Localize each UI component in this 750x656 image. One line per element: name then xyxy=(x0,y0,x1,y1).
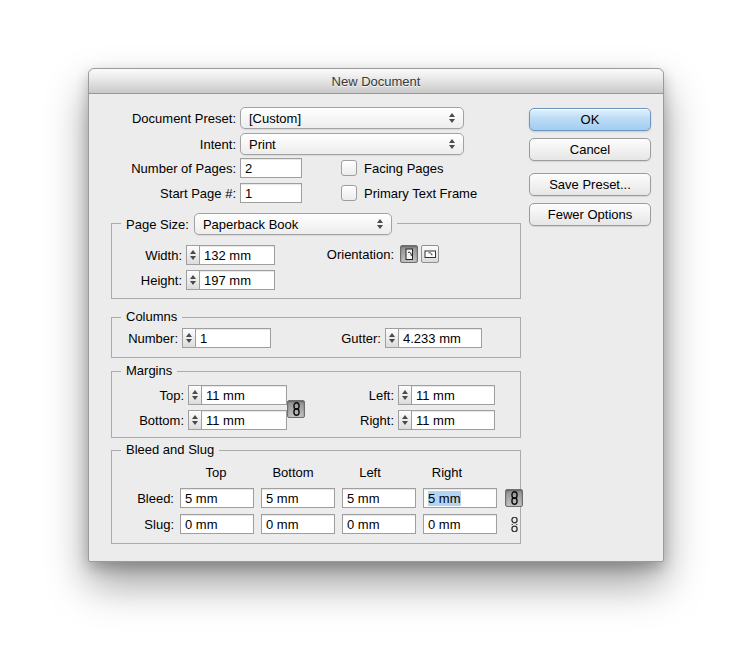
bleed-left-value: 5 mm xyxy=(347,491,380,506)
dialog-title: New Document xyxy=(332,74,421,89)
bleed-top-field[interactable]: 5 mm xyxy=(180,488,254,508)
margin-left-row: Left: 11 mm xyxy=(342,385,495,405)
orientation-label: Orientation: xyxy=(302,247,394,262)
start-page-field[interactable]: 1 xyxy=(240,183,302,203)
orientation-row: Orientation: xyxy=(302,245,439,263)
margin-bottom-label: Bottom: xyxy=(112,413,184,428)
gutter-field[interactable]: 4.233 mm xyxy=(398,328,482,348)
page-size-group: Page Size: Paperback Book Width: 132 mm … xyxy=(111,223,521,299)
bleed-bottom-value: 5 mm xyxy=(266,491,299,506)
columns-number-value: 1 xyxy=(200,331,207,346)
bleed-right-field[interactable]: 5 mm xyxy=(423,488,497,508)
slug-bottom-value: 0 mm xyxy=(266,517,299,532)
margin-right-stepper[interactable] xyxy=(398,410,411,430)
start-page-label: Start Page #: xyxy=(89,186,236,201)
columns-number-field[interactable]: 1 xyxy=(195,328,271,348)
slug-bottom-field[interactable]: 0 mm xyxy=(261,514,335,534)
slug-top-value: 0 mm xyxy=(185,517,218,532)
margin-bottom-field[interactable]: 11 mm xyxy=(201,410,287,430)
page-size-value: Paperback Book xyxy=(195,217,372,232)
document-preset-row: Document Preset: [Custom] xyxy=(89,107,519,129)
landscape-page-icon xyxy=(424,248,437,260)
margin-left-label: Left: xyxy=(342,388,394,403)
bleed-left-field[interactable]: 5 mm xyxy=(342,488,416,508)
margin-top-stepper[interactable] xyxy=(188,385,201,405)
intent-select[interactable]: Print xyxy=(240,133,464,155)
save-preset-button[interactable]: Save Preset... xyxy=(529,173,651,196)
bleed-slug-group: Bleed and Slug Top Bottom Left Right Ble… xyxy=(111,450,521,544)
number-of-pages-label: Number of Pages: xyxy=(89,161,236,176)
columns-number-row: Number: 1 Gutter: 4.233 mm xyxy=(120,328,482,348)
margin-bottom-stepper[interactable] xyxy=(188,410,201,430)
fewer-options-button-label: Fewer Options xyxy=(548,207,633,222)
bleed-label: Bleed: xyxy=(112,491,174,506)
margin-bottom-row: Bottom: 11 mm xyxy=(112,410,287,430)
width-field[interactable]: 132 mm xyxy=(199,245,275,265)
margin-top-value: 11 mm xyxy=(206,388,245,403)
page-size-select[interactable]: Paperback Book xyxy=(194,213,392,235)
margins-legend: Margins xyxy=(121,363,177,378)
margins-link-button[interactable] xyxy=(287,400,305,418)
orientation-portrait-button[interactable] xyxy=(400,245,418,263)
columns-legend: Columns xyxy=(121,309,182,324)
popup-arrows-icon xyxy=(372,219,388,229)
bleed-right-value: 5 mm xyxy=(428,491,461,506)
slug-right-field[interactable]: 0 mm xyxy=(423,514,497,534)
bleed-link-button[interactable] xyxy=(505,489,523,507)
chain-link-icon xyxy=(292,402,301,416)
margin-left-field[interactable]: 11 mm xyxy=(411,385,495,405)
primary-text-frame-label: Primary Text Frame xyxy=(364,186,477,201)
columns-group: Columns Number: 1 Gutter: 4.233 mm xyxy=(111,317,521,358)
intent-label: Intent: xyxy=(89,137,236,152)
number-of-pages-field[interactable]: 2 xyxy=(240,158,302,178)
bleed-row: Bleed: 5 mm 5 mm 5 mm 5 mm xyxy=(112,488,523,508)
cancel-button-label: Cancel xyxy=(570,142,610,157)
document-preset-select[interactable]: [Custom] xyxy=(240,107,464,129)
margin-top-label: Top: xyxy=(112,388,184,403)
margin-right-field[interactable]: 11 mm xyxy=(411,410,495,430)
ok-button[interactable]: OK xyxy=(529,108,651,131)
fewer-options-button[interactable]: Fewer Options xyxy=(529,203,651,226)
chain-link-icon xyxy=(510,491,519,505)
width-label: Width: xyxy=(112,248,182,263)
margin-top-field[interactable]: 11 mm xyxy=(201,385,287,405)
facing-pages-checkbox[interactable] xyxy=(341,160,357,176)
gutter-stepper[interactable] xyxy=(385,328,398,348)
orientation-landscape-button[interactable] xyxy=(421,245,439,263)
start-page-value: 1 xyxy=(245,186,252,201)
gutter-value: 4.233 mm xyxy=(403,331,461,346)
width-stepper[interactable] xyxy=(186,245,199,265)
document-preset-value: [Custom] xyxy=(241,111,444,126)
slug-label: Slug: xyxy=(112,517,174,532)
height-stepper[interactable] xyxy=(186,270,199,290)
width-value: 132 mm xyxy=(204,248,251,263)
slug-left-field[interactable]: 0 mm xyxy=(342,514,416,534)
slug-link-button[interactable] xyxy=(505,515,523,533)
slug-row: Slug: 0 mm 0 mm 0 mm 0 mm xyxy=(112,514,523,534)
bleed-slug-header-row: Top Bottom Left Right xyxy=(180,465,483,480)
popup-arrows-icon xyxy=(444,113,460,123)
margins-group: Margins Top: 11 mm Left: 11 mm xyxy=(111,371,521,438)
document-preset-label: Document Preset: xyxy=(89,111,236,126)
bleed-slug-header-top: Top xyxy=(180,465,252,480)
columns-number-stepper[interactable] xyxy=(182,328,195,348)
height-value: 197 mm xyxy=(204,273,251,288)
margin-right-label: Right: xyxy=(342,413,394,428)
start-page-row: Start Page #: 1 Primary Text Frame xyxy=(89,183,519,203)
slug-left-value: 0 mm xyxy=(347,517,380,532)
number-of-pages-row: Number of Pages: 2 Facing Pages xyxy=(89,158,519,178)
dialog-titlebar[interactable]: New Document xyxy=(89,69,663,94)
height-field[interactable]: 197 mm xyxy=(199,270,275,290)
cancel-button[interactable]: Cancel xyxy=(529,138,651,161)
height-label: Height: xyxy=(112,273,182,288)
number-of-pages-value: 2 xyxy=(245,161,252,176)
slug-top-field[interactable]: 0 mm xyxy=(180,514,254,534)
primary-text-frame-checkbox[interactable] xyxy=(341,185,357,201)
facing-pages-label: Facing Pages xyxy=(364,161,444,176)
intent-value: Print xyxy=(241,137,444,152)
bleed-bottom-field[interactable]: 5 mm xyxy=(261,488,335,508)
margin-left-stepper[interactable] xyxy=(398,385,411,405)
height-row: Height: 197 mm xyxy=(112,270,275,290)
broken-chain-icon xyxy=(510,517,519,532)
ok-button-label: OK xyxy=(581,112,600,127)
